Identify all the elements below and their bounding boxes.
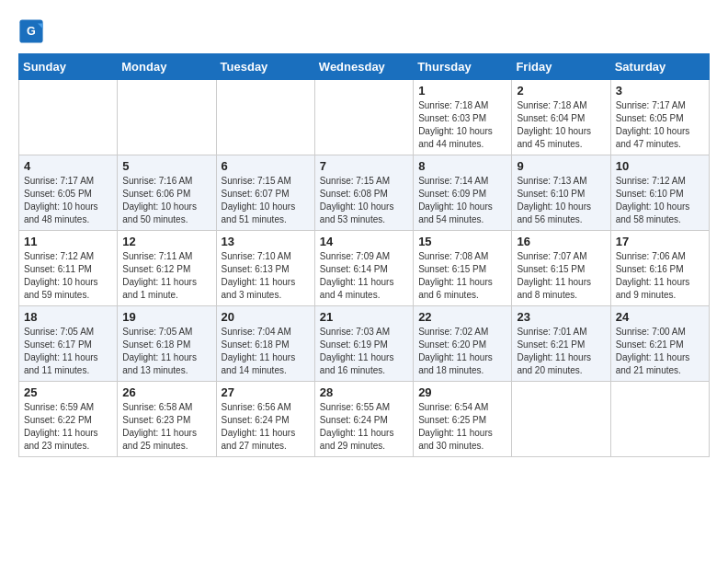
calendar-cell: 22 Sunrise: 7:02 AMSunset: 6:20 PMDaylig… bbox=[414, 306, 512, 382]
day-number: 11 bbox=[24, 235, 112, 248]
day-info: Sunrise: 7:15 AMSunset: 6:08 PMDaylight:… bbox=[320, 175, 408, 226]
calendar-cell: 19 Sunrise: 7:05 AMSunset: 6:18 PMDaylig… bbox=[118, 306, 216, 382]
day-number: 21 bbox=[320, 310, 408, 324]
day-number: 20 bbox=[222, 310, 310, 324]
day-number: 13 bbox=[222, 235, 310, 248]
day-number: 16 bbox=[517, 235, 605, 248]
day-info: Sunrise: 6:59 AMSunset: 6:22 PMDaylight:… bbox=[24, 401, 112, 453]
calendar-cell: 9 Sunrise: 7:13 AMSunset: 6:10 PMDayligh… bbox=[512, 155, 610, 231]
calendar-cell: 12 Sunrise: 7:11 AMSunset: 6:12 PMDaylig… bbox=[118, 231, 216, 306]
day-number: 22 bbox=[418, 310, 506, 324]
day-header-thursday: Thursday bbox=[414, 54, 512, 80]
calendar-cell bbox=[610, 382, 709, 457]
calendar-cell: 14 Sunrise: 7:09 AMSunset: 6:14 PMDaylig… bbox=[314, 231, 413, 306]
day-number: 8 bbox=[418, 159, 506, 173]
day-info: Sunrise: 6:56 AMSunset: 6:24 PMDaylight:… bbox=[222, 401, 310, 453]
day-info: Sunrise: 7:18 AMSunset: 6:04 PMDaylight:… bbox=[517, 99, 605, 151]
day-info: Sunrise: 7:00 AMSunset: 6:21 PMDaylight:… bbox=[616, 326, 704, 377]
day-info: Sunrise: 7:06 AMSunset: 6:16 PMDaylight:… bbox=[616, 250, 704, 302]
calendar-cell: 24 Sunrise: 7:00 AMSunset: 6:21 PMDaylig… bbox=[610, 306, 709, 382]
day-number: 12 bbox=[122, 235, 210, 248]
day-number: 26 bbox=[122, 385, 210, 399]
day-number: 15 bbox=[418, 235, 506, 248]
day-header-sunday: Sunday bbox=[19, 54, 118, 80]
day-number: 29 bbox=[418, 385, 506, 399]
calendar-cell: 20 Sunrise: 7:04 AMSunset: 6:18 PMDaylig… bbox=[216, 306, 314, 382]
day-info: Sunrise: 7:07 AMSunset: 6:15 PMDaylight:… bbox=[517, 250, 605, 302]
calendar-cell: 1 Sunrise: 7:18 AMSunset: 6:03 PMDayligh… bbox=[414, 80, 512, 155]
day-number: 9 bbox=[517, 159, 605, 173]
calendar-cell: 4 Sunrise: 7:17 AMSunset: 6:05 PMDayligh… bbox=[19, 155, 118, 231]
day-info: Sunrise: 7:17 AMSunset: 6:05 PMDaylight:… bbox=[24, 175, 112, 226]
day-info: Sunrise: 7:17 AMSunset: 6:05 PMDaylight:… bbox=[616, 99, 704, 151]
calendar-cell: 23 Sunrise: 7:01 AMSunset: 6:21 PMDaylig… bbox=[512, 306, 610, 382]
calendar-cell: 7 Sunrise: 7:15 AMSunset: 6:08 PMDayligh… bbox=[314, 155, 413, 231]
day-number: 6 bbox=[222, 159, 310, 173]
calendar-cell: 3 Sunrise: 7:17 AMSunset: 6:05 PMDayligh… bbox=[610, 80, 709, 155]
calendar-cell: 15 Sunrise: 7:08 AMSunset: 6:15 PMDaylig… bbox=[414, 231, 512, 306]
calendar-table: SundayMondayTuesdayWednesdayThursdayFrid… bbox=[18, 53, 710, 457]
calendar-cell: 27 Sunrise: 6:56 AMSunset: 6:24 PMDaylig… bbox=[216, 382, 314, 457]
day-info: Sunrise: 6:54 AMSunset: 6:25 PMDaylight:… bbox=[418, 401, 506, 453]
day-header-friday: Friday bbox=[512, 54, 610, 80]
day-info: Sunrise: 7:11 AMSunset: 6:12 PMDaylight:… bbox=[122, 250, 210, 302]
day-info: Sunrise: 7:05 AMSunset: 6:17 PMDaylight:… bbox=[24, 326, 112, 377]
day-info: Sunrise: 7:05 AMSunset: 6:18 PMDaylight:… bbox=[122, 326, 210, 377]
calendar-cell: 18 Sunrise: 7:05 AMSunset: 6:17 PMDaylig… bbox=[19, 306, 118, 382]
day-info: Sunrise: 6:55 AMSunset: 6:24 PMDaylight:… bbox=[320, 401, 408, 453]
calendar-cell: 6 Sunrise: 7:15 AMSunset: 6:07 PMDayligh… bbox=[216, 155, 314, 231]
day-header-saturday: Saturday bbox=[610, 54, 709, 80]
calendar-cell bbox=[314, 80, 413, 155]
day-info: Sunrise: 7:01 AMSunset: 6:21 PMDaylight:… bbox=[517, 326, 605, 377]
logo-icon: G bbox=[18, 18, 44, 44]
day-info: Sunrise: 7:08 AMSunset: 6:15 PMDaylight:… bbox=[418, 250, 506, 302]
calendar-cell: 2 Sunrise: 7:18 AMSunset: 6:04 PMDayligh… bbox=[512, 80, 610, 155]
calendar-cell: 8 Sunrise: 7:14 AMSunset: 6:09 PMDayligh… bbox=[414, 155, 512, 231]
day-number: 19 bbox=[122, 310, 210, 324]
day-info: Sunrise: 7:18 AMSunset: 6:03 PMDaylight:… bbox=[418, 99, 506, 151]
day-info: Sunrise: 7:12 AMSunset: 6:11 PMDaylight:… bbox=[24, 250, 112, 302]
day-number: 17 bbox=[616, 235, 704, 248]
calendar-cell bbox=[118, 80, 216, 155]
day-number: 23 bbox=[517, 310, 605, 324]
day-info: Sunrise: 7:14 AMSunset: 6:09 PMDaylight:… bbox=[418, 175, 506, 226]
day-info: Sunrise: 7:13 AMSunset: 6:10 PMDaylight:… bbox=[517, 175, 605, 226]
day-info: Sunrise: 7:15 AMSunset: 6:07 PMDaylight:… bbox=[222, 175, 310, 226]
calendar-cell: 28 Sunrise: 6:55 AMSunset: 6:24 PMDaylig… bbox=[314, 382, 413, 457]
day-number: 7 bbox=[320, 159, 408, 173]
day-info: Sunrise: 6:58 AMSunset: 6:23 PMDaylight:… bbox=[122, 401, 210, 453]
day-number: 2 bbox=[517, 84, 605, 98]
day-header-monday: Monday bbox=[118, 54, 216, 80]
day-info: Sunrise: 7:10 AMSunset: 6:13 PMDaylight:… bbox=[222, 250, 310, 302]
calendar-cell bbox=[216, 80, 314, 155]
day-info: Sunrise: 7:12 AMSunset: 6:10 PMDaylight:… bbox=[616, 175, 704, 226]
day-header-tuesday: Tuesday bbox=[216, 54, 314, 80]
calendar-cell: 11 Sunrise: 7:12 AMSunset: 6:11 PMDaylig… bbox=[19, 231, 118, 306]
calendar-cell: 17 Sunrise: 7:06 AMSunset: 6:16 PMDaylig… bbox=[610, 231, 709, 306]
day-info: Sunrise: 7:02 AMSunset: 6:20 PMDaylight:… bbox=[418, 326, 506, 377]
svg-text:G: G bbox=[27, 25, 36, 38]
calendar-cell: 5 Sunrise: 7:16 AMSunset: 6:06 PMDayligh… bbox=[118, 155, 216, 231]
calendar-cell: 13 Sunrise: 7:10 AMSunset: 6:13 PMDaylig… bbox=[216, 231, 314, 306]
calendar-cell bbox=[512, 382, 610, 457]
day-number: 4 bbox=[24, 159, 112, 173]
calendar-cell: 16 Sunrise: 7:07 AMSunset: 6:15 PMDaylig… bbox=[512, 231, 610, 306]
day-number: 1 bbox=[418, 84, 506, 98]
day-header-wednesday: Wednesday bbox=[314, 54, 413, 80]
day-info: Sunrise: 7:09 AMSunset: 6:14 PMDaylight:… bbox=[320, 250, 408, 302]
day-number: 14 bbox=[320, 235, 408, 248]
day-info: Sunrise: 7:03 AMSunset: 6:19 PMDaylight:… bbox=[320, 326, 408, 377]
calendar-cell: 26 Sunrise: 6:58 AMSunset: 6:23 PMDaylig… bbox=[118, 382, 216, 457]
page-header: G bbox=[18, 18, 710, 44]
calendar-cell bbox=[19, 80, 118, 155]
day-info: Sunrise: 7:04 AMSunset: 6:18 PMDaylight:… bbox=[222, 326, 310, 377]
day-number: 28 bbox=[320, 385, 408, 399]
day-number: 18 bbox=[24, 310, 112, 324]
logo: G bbox=[18, 18, 46, 44]
day-number: 27 bbox=[222, 385, 310, 399]
day-number: 3 bbox=[616, 84, 704, 98]
day-number: 5 bbox=[122, 159, 210, 173]
calendar-cell: 29 Sunrise: 6:54 AMSunset: 6:25 PMDaylig… bbox=[414, 382, 512, 457]
calendar-cell: 21 Sunrise: 7:03 AMSunset: 6:19 PMDaylig… bbox=[314, 306, 413, 382]
day-number: 24 bbox=[616, 310, 704, 324]
